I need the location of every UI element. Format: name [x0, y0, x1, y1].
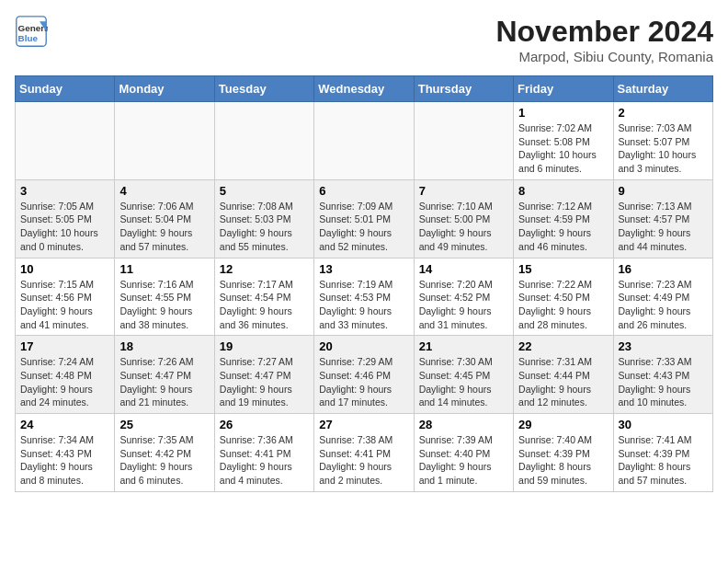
- day-info: Sunrise: 7:09 AM Sunset: 5:01 PM Dayligh…: [319, 200, 408, 254]
- calendar-day-cell: 8Sunrise: 7:12 AM Sunset: 4:59 PM Daylig…: [514, 179, 613, 258]
- day-info: Sunrise: 7:12 AM Sunset: 4:59 PM Dayligh…: [518, 200, 608, 254]
- calendar-day-cell: 20Sunrise: 7:29 AM Sunset: 4:46 PM Dayli…: [314, 336, 414, 414]
- day-number: 4: [119, 184, 209, 198]
- calendar-day-cell: 28Sunrise: 7:39 AM Sunset: 4:40 PM Dayli…: [414, 414, 513, 492]
- day-number: 7: [419, 184, 508, 198]
- day-number: 28: [419, 418, 508, 431]
- day-number: 1: [518, 106, 608, 120]
- day-info: Sunrise: 7:29 AM Sunset: 4:46 PM Dayligh…: [319, 355, 408, 409]
- weekday-header-cell: Friday: [514, 76, 613, 102]
- calendar-day-cell: [115, 102, 214, 180]
- calendar-day-cell: 19Sunrise: 7:27 AM Sunset: 4:47 PM Dayli…: [214, 336, 313, 414]
- title-block: November 2024 Marpod, Sibiu County, Roma…: [495, 15, 713, 64]
- day-info: Sunrise: 7:16 AM Sunset: 4:55 PM Dayligh…: [119, 278, 209, 332]
- calendar-day-cell: 12Sunrise: 7:17 AM Sunset: 4:54 PM Dayli…: [214, 258, 313, 336]
- page-header: General Blue November 2024 Marpod, Sibiu…: [15, 15, 713, 64]
- calendar-week-row: 10Sunrise: 7:15 AM Sunset: 4:56 PM Dayli…: [16, 258, 713, 336]
- day-info: Sunrise: 7:41 AM Sunset: 4:39 PM Dayligh…: [619, 433, 708, 488]
- day-info: Sunrise: 7:19 AM Sunset: 4:53 PM Dayligh…: [319, 278, 408, 332]
- calendar-day-cell: 25Sunrise: 7:35 AM Sunset: 4:42 PM Dayli…: [115, 414, 214, 492]
- calendar-day-cell: 14Sunrise: 7:20 AM Sunset: 4:52 PM Dayli…: [414, 258, 513, 336]
- weekday-header-cell: Sunday: [16, 76, 115, 102]
- calendar-week-row: 3Sunrise: 7:05 AM Sunset: 5:05 PM Daylig…: [16, 179, 713, 258]
- calendar-day-cell: [214, 102, 313, 180]
- calendar-day-cell: 1Sunrise: 7:02 AM Sunset: 5:08 PM Daylig…: [514, 102, 613, 180]
- weekday-header-cell: Wednesday: [314, 76, 414, 102]
- weekday-header-cell: Saturday: [613, 76, 712, 102]
- day-number: 3: [20, 184, 109, 198]
- calendar-day-cell: 17Sunrise: 7:24 AM Sunset: 4:48 PM Dayli…: [16, 336, 115, 414]
- day-number: 25: [119, 418, 209, 431]
- day-number: 8: [518, 184, 608, 198]
- calendar-day-cell: 6Sunrise: 7:09 AM Sunset: 5:01 PM Daylig…: [314, 179, 414, 258]
- calendar-day-cell: 30Sunrise: 7:41 AM Sunset: 4:39 PM Dayli…: [613, 414, 712, 492]
- calendar-day-cell: 21Sunrise: 7:30 AM Sunset: 4:45 PM Dayli…: [414, 336, 513, 414]
- day-number: 10: [20, 262, 109, 276]
- day-number: 14: [419, 262, 508, 276]
- calendar-day-cell: 4Sunrise: 7:06 AM Sunset: 5:04 PM Daylig…: [115, 179, 214, 258]
- weekday-header-row: SundayMondayTuesdayWednesdayThursdayFrid…: [16, 76, 713, 102]
- day-number: 18: [119, 339, 209, 353]
- calendar-day-cell: 27Sunrise: 7:38 AM Sunset: 4:41 PM Dayli…: [314, 414, 414, 492]
- calendar-day-cell: 23Sunrise: 7:33 AM Sunset: 4:43 PM Dayli…: [613, 336, 712, 414]
- calendar-day-cell: 10Sunrise: 7:15 AM Sunset: 4:56 PM Dayli…: [16, 258, 115, 336]
- day-info: Sunrise: 7:06 AM Sunset: 5:04 PM Dayligh…: [119, 200, 209, 254]
- day-number: 12: [220, 262, 309, 276]
- day-info: Sunrise: 7:03 AM Sunset: 5:07 PM Dayligh…: [619, 121, 708, 176]
- calendar-day-cell: 29Sunrise: 7:40 AM Sunset: 4:39 PM Dayli…: [514, 414, 613, 492]
- calendar-day-cell: [414, 102, 513, 180]
- day-number: 23: [619, 339, 708, 353]
- calendar-day-cell: 16Sunrise: 7:23 AM Sunset: 4:49 PM Dayli…: [613, 258, 712, 336]
- day-info: Sunrise: 7:23 AM Sunset: 4:49 PM Dayligh…: [619, 278, 708, 332]
- calendar-day-cell: 24Sunrise: 7:34 AM Sunset: 4:43 PM Dayli…: [16, 414, 115, 492]
- calendar-day-cell: 15Sunrise: 7:22 AM Sunset: 4:50 PM Dayli…: [514, 258, 613, 336]
- weekday-header-cell: Monday: [115, 76, 214, 102]
- day-number: 19: [220, 339, 309, 353]
- calendar-day-cell: 18Sunrise: 7:26 AM Sunset: 4:47 PM Dayli…: [115, 336, 214, 414]
- day-number: 16: [619, 262, 708, 276]
- calendar-day-cell: [314, 102, 414, 180]
- day-number: 17: [20, 339, 109, 353]
- day-info: Sunrise: 7:15 AM Sunset: 4:56 PM Dayligh…: [20, 278, 109, 332]
- day-info: Sunrise: 7:27 AM Sunset: 4:47 PM Dayligh…: [220, 355, 309, 409]
- calendar-day-cell: 13Sunrise: 7:19 AM Sunset: 4:53 PM Dayli…: [314, 258, 414, 336]
- day-info: Sunrise: 7:33 AM Sunset: 4:43 PM Dayligh…: [619, 355, 708, 409]
- calendar-day-cell: 11Sunrise: 7:16 AM Sunset: 4:55 PM Dayli…: [115, 258, 214, 336]
- day-info: Sunrise: 7:13 AM Sunset: 4:57 PM Dayligh…: [619, 200, 708, 254]
- day-number: 2: [619, 106, 708, 120]
- day-number: 26: [220, 418, 309, 431]
- weekday-header-cell: Tuesday: [214, 76, 313, 102]
- day-number: 21: [419, 339, 508, 353]
- day-info: Sunrise: 7:20 AM Sunset: 4:52 PM Dayligh…: [419, 278, 508, 332]
- calendar-day-cell: [16, 102, 115, 180]
- day-number: 13: [319, 262, 408, 276]
- svg-text:Blue: Blue: [18, 33, 39, 43]
- calendar-week-row: 17Sunrise: 7:24 AM Sunset: 4:48 PM Dayli…: [16, 336, 713, 414]
- calendar-day-cell: 5Sunrise: 7:08 AM Sunset: 5:03 PM Daylig…: [214, 179, 313, 258]
- calendar-body: 1Sunrise: 7:02 AM Sunset: 5:08 PM Daylig…: [16, 102, 713, 492]
- calendar-day-cell: 2Sunrise: 7:03 AM Sunset: 5:07 PM Daylig…: [613, 102, 712, 180]
- day-info: Sunrise: 7:39 AM Sunset: 4:40 PM Dayligh…: [419, 433, 508, 488]
- day-number: 11: [119, 262, 209, 276]
- calendar-day-cell: 26Sunrise: 7:36 AM Sunset: 4:41 PM Dayli…: [214, 414, 313, 492]
- day-info: Sunrise: 7:02 AM Sunset: 5:08 PM Dayligh…: [518, 121, 608, 176]
- day-info: Sunrise: 7:31 AM Sunset: 4:44 PM Dayligh…: [518, 355, 608, 409]
- day-number: 5: [220, 184, 309, 198]
- day-info: Sunrise: 7:40 AM Sunset: 4:39 PM Dayligh…: [518, 433, 608, 488]
- day-number: 22: [518, 339, 608, 353]
- day-info: Sunrise: 7:35 AM Sunset: 4:42 PM Dayligh…: [119, 433, 209, 488]
- day-info: Sunrise: 7:05 AM Sunset: 5:05 PM Dayligh…: [20, 200, 109, 254]
- day-number: 29: [518, 418, 608, 431]
- day-info: Sunrise: 7:34 AM Sunset: 4:43 PM Dayligh…: [20, 433, 109, 488]
- day-info: Sunrise: 7:30 AM Sunset: 4:45 PM Dayligh…: [419, 355, 508, 409]
- calendar-day-cell: 22Sunrise: 7:31 AM Sunset: 4:44 PM Dayli…: [514, 336, 613, 414]
- day-info: Sunrise: 7:26 AM Sunset: 4:47 PM Dayligh…: [119, 355, 209, 409]
- day-info: Sunrise: 7:10 AM Sunset: 5:00 PM Dayligh…: [419, 200, 508, 254]
- day-number: 9: [619, 184, 708, 198]
- calendar-week-row: 24Sunrise: 7:34 AM Sunset: 4:43 PM Dayli…: [16, 414, 713, 492]
- day-number: 30: [619, 418, 708, 431]
- day-number: 15: [518, 262, 608, 276]
- day-info: Sunrise: 7:38 AM Sunset: 4:41 PM Dayligh…: [319, 433, 408, 488]
- day-info: Sunrise: 7:08 AM Sunset: 5:03 PM Dayligh…: [220, 200, 309, 254]
- calendar-week-row: 1Sunrise: 7:02 AM Sunset: 5:08 PM Daylig…: [16, 102, 713, 180]
